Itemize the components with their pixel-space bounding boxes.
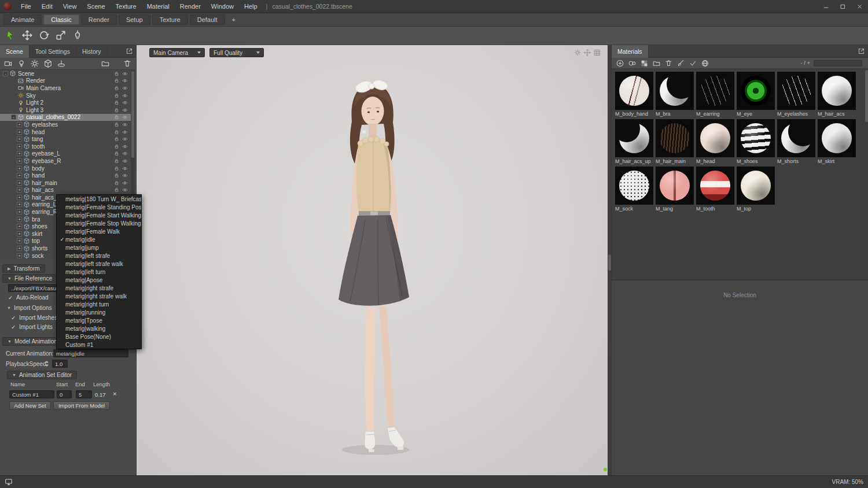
tree-toggle-icon[interactable]: + — [17, 144, 22, 149]
material-m-tang[interactable]: M_tang — [656, 167, 694, 212]
menu-help[interactable]: Help — [239, 0, 263, 13]
material-m-tooth[interactable]: M_tooth — [696, 167, 734, 212]
menu-view[interactable]: View — [58, 0, 82, 13]
quality-select[interactable]: Full Quality — [209, 48, 264, 57]
thumbnail-size-toggle[interactable]: - / + — [800, 60, 810, 66]
animation-menu-item-metarig-right-strafe[interactable]: metarig|right strafe — [57, 284, 141, 292]
visibility-icon[interactable] — [122, 136, 128, 142]
workspace-tab-setup[interactable]: Setup — [119, 14, 150, 25]
lock-icon[interactable] — [114, 158, 119, 164]
tree-item-light-2[interactable]: Light 2 — [0, 99, 131, 106]
add-box-button[interactable] — [44, 60, 52, 68]
delete-button[interactable] — [123, 60, 131, 68]
tree-toggle-icon[interactable]: + — [17, 209, 22, 215]
import-from-model-button[interactable]: Import From Model — [53, 401, 110, 410]
tree-item-main-camera[interactable]: Main Camera — [0, 84, 131, 92]
select-tool-button[interactable] — [5, 30, 17, 42]
move-icon[interactable] — [584, 49, 591, 56]
tree-item-scene[interactable]: - Scene — [0, 70, 131, 77]
window-close-button[interactable] — [851, 0, 868, 13]
tree-toggle-icon[interactable]: - — [3, 71, 8, 76]
workspace-tab-animate[interactable]: Animate — [3, 14, 42, 25]
menu-render[interactable]: Render — [175, 0, 206, 13]
visibility-icon[interactable] — [122, 78, 128, 83]
tree-toggle-icon[interactable]: + — [17, 217, 22, 222]
tree-item-casual-clothes-0022[interactable]: - casual_clothes_0022 — [0, 114, 131, 121]
tree-toggle-icon[interactable]: + — [17, 122, 22, 127]
animation-menu-item-metarig-female-walk[interactable]: metarig|Female Walk — [57, 227, 141, 235]
animation-menu-item-metarig-female-start-walking[interactable]: metarig|Female Start Walking — [57, 211, 141, 219]
tree-item-tang[interactable]: + tang — [0, 135, 131, 143]
tree-toggle-icon[interactable]: + — [17, 166, 22, 171]
folder-button[interactable] — [653, 60, 660, 67]
animation-menu-item-metarig-walking[interactable]: metarig|walking — [57, 324, 141, 332]
material-m-shoes[interactable]: M_shoes — [737, 119, 775, 164]
menu-file[interactable]: File — [16, 0, 36, 13]
material-m-hair-acs-up[interactable]: M_hair_acs_up — [615, 119, 653, 164]
add-camera-button[interactable] — [4, 60, 12, 68]
animation-menu-item-metarig-idle[interactable]: ✓ metarig|idle — [57, 235, 141, 243]
visibility-icon[interactable] — [122, 166, 128, 171]
tree-toggle-icon[interactable]: + — [17, 151, 22, 156]
tree-item-eyebase-r[interactable]: + eyebase_R — [0, 157, 131, 165]
playback-speed-field[interactable]: 1.0 — [52, 360, 68, 368]
tree-toggle-icon[interactable]: + — [17, 158, 22, 164]
tab-tool-settings[interactable]: Tool Settings — [30, 45, 76, 58]
lock-icon[interactable] — [114, 108, 119, 113]
tree-toggle-icon[interactable]: - — [11, 114, 16, 120]
lock-icon[interactable] — [114, 93, 119, 98]
lock-icon[interactable] — [114, 166, 119, 171]
animation-set-name-field[interactable]: Custom #1 — [9, 390, 54, 398]
tree-item-eyebase-l[interactable]: + eyebase_L — [0, 150, 131, 158]
animation-menu-item-metarig-left-strafe-walk[interactable]: metarig|left strafe walk — [57, 260, 141, 268]
tab-materials[interactable]: Materials — [612, 45, 649, 58]
auto-reload-checkbox[interactable]: Auto-Reload — [8, 294, 49, 301]
menu-edit[interactable]: Edit — [36, 0, 58, 13]
transform-section-header[interactable]: Transform — [2, 264, 45, 273]
window-minimize-button[interactable] — [818, 0, 834, 13]
tree-item-eyelashes[interactable]: + eyelashes — [0, 121, 131, 128]
globe-button[interactable] — [701, 60, 709, 67]
material-m-top[interactable]: M_top — [737, 167, 775, 212]
lock-icon[interactable] — [114, 180, 119, 186]
lock-icon[interactable] — [114, 136, 119, 142]
visibility-icon[interactable] — [122, 93, 128, 98]
visibility-icon[interactable] — [122, 173, 128, 178]
animation-menu-item-metarig-female-stop-walking[interactable]: metarig|Female Stop Walking — [57, 219, 141, 227]
tree-toggle-icon[interactable]: + — [17, 202, 22, 207]
add-turntable-button[interactable] — [57, 60, 65, 68]
workspace-tab-default[interactable]: Default — [190, 14, 225, 25]
lock-icon[interactable] — [114, 71, 119, 76]
tree-item-sky[interactable]: Sky — [0, 92, 131, 99]
checker-button[interactable] — [641, 60, 648, 67]
tree-item-light-3[interactable]: Light 3 — [0, 106, 131, 114]
animation-menu-item-metarig-right-turn[interactable]: metarig|right turn — [57, 300, 141, 308]
lock-icon[interactable] — [114, 114, 119, 120]
grid-icon[interactable] — [594, 49, 601, 56]
material-m-hair-acs[interactable]: M_hair_acs — [818, 72, 856, 117]
visibility-icon[interactable] — [122, 86, 128, 91]
rotate-tool-button[interactable] — [39, 30, 50, 42]
tree-toggle-icon[interactable]: + — [17, 238, 22, 243]
lock-icon[interactable] — [114, 78, 119, 83]
remove-set-button[interactable]: × — [113, 391, 116, 397]
tab-history[interactable]: History — [76, 45, 108, 58]
tree-toggle-icon[interactable]: + — [17, 173, 22, 178]
import-options-header[interactable]: Import Options — [7, 305, 52, 311]
animation-menu-item-metarig-female-standing-pose[interactable]: metarig|Female Standing Pose — [57, 203, 141, 211]
materials-scrollbar[interactable] — [865, 69, 868, 279]
add-sun-button[interactable] — [31, 60, 39, 68]
lock-icon[interactable] — [114, 173, 119, 178]
popout-icon[interactable] — [126, 47, 133, 55]
menu-texture[interactable]: Texture — [111, 0, 142, 13]
lock-icon[interactable] — [114, 100, 119, 105]
visibility-icon[interactable] — [122, 122, 128, 127]
current-animation-dropdown[interactable]: metarig|idle — [53, 349, 128, 357]
add-button[interactable] — [616, 60, 624, 67]
file-reference-section-header[interactable]: File Reference — [2, 274, 57, 283]
tree-toggle-icon[interactable]: + — [17, 246, 22, 251]
animation-menu-item-metarig-jump[interactable]: metarig|jump — [57, 243, 141, 252]
workspace-tab-add-button[interactable]: + — [227, 14, 241, 25]
scale-tool-button[interactable] — [56, 30, 67, 42]
trash-button[interactable] — [665, 60, 672, 67]
